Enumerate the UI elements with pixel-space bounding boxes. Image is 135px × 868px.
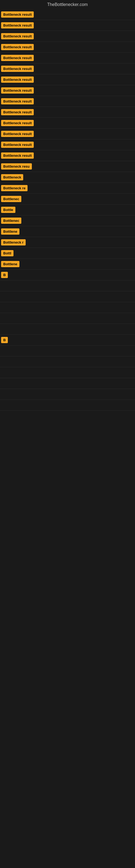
bottleneck-badge[interactable]: Bottleneck result bbox=[1, 11, 34, 18]
bottleneck-badge[interactable]: Bottleneck result bbox=[1, 33, 34, 39]
result-row: Bottleneck result bbox=[0, 96, 135, 107]
result-row: Bottleneck re bbox=[0, 183, 135, 194]
bottleneck-badge[interactable]: Bottleneck result bbox=[1, 152, 34, 159]
result-row: Bottleneck result bbox=[0, 9, 135, 20]
result-row: Bottlenec bbox=[0, 215, 135, 226]
result-row bbox=[0, 291, 135, 302]
result-row bbox=[0, 400, 135, 411]
bottleneck-badge[interactable]: Bottleneck result bbox=[1, 66, 34, 72]
result-row bbox=[0, 324, 135, 335]
bottleneck-badge[interactable]: Bottleneck result bbox=[1, 22, 34, 29]
bottleneck-badge[interactable]: Bottleneck resu bbox=[1, 163, 32, 169]
result-row bbox=[0, 389, 135, 400]
result-row: Bottleneck result bbox=[0, 74, 135, 85]
result-row: Bottleneck resu bbox=[0, 161, 135, 172]
bottleneck-badge[interactable]: Bottleneck result bbox=[1, 98, 34, 104]
site-title: TheBottlenecker.com bbox=[0, 0, 135, 9]
result-row: Bottleneck result bbox=[0, 150, 135, 161]
bottleneck-badge[interactable]: Bottleneck result bbox=[1, 44, 34, 50]
bottleneck-badge[interactable]: Bottleneck result bbox=[1, 76, 34, 83]
result-row: Bottleneck result bbox=[0, 42, 135, 53]
bottleneck-badge[interactable]: B bbox=[1, 337, 8, 343]
result-row: Bottleneck result bbox=[0, 129, 135, 140]
result-row: Bottleneck result bbox=[0, 85, 135, 96]
result-row bbox=[0, 302, 135, 313]
result-row bbox=[0, 280, 135, 291]
bottleneck-badge[interactable]: Bottleneck re bbox=[1, 185, 28, 191]
bottleneck-badge[interactable]: Bottl bbox=[1, 250, 13, 256]
bottleneck-badge[interactable]: Bottleneck r bbox=[1, 239, 26, 246]
result-row: Bottleneck result bbox=[0, 118, 135, 129]
result-row: Bottlene bbox=[0, 226, 135, 237]
result-row: Bottleneck r bbox=[0, 237, 135, 248]
result-row: Bottleneck result bbox=[0, 107, 135, 118]
bottleneck-badge[interactable]: Bottlene bbox=[1, 228, 19, 235]
bottleneck-badge[interactable]: Bottleneck bbox=[1, 174, 23, 180]
bottleneck-badge[interactable]: Bottlene bbox=[1, 261, 19, 267]
bottleneck-badge[interactable]: Bottleneck result bbox=[1, 120, 34, 126]
bottleneck-badge[interactable]: Bottleneck result bbox=[1, 142, 34, 148]
result-row: Bottleneck result bbox=[0, 31, 135, 42]
bottleneck-badge[interactable]: Bottlenec bbox=[1, 196, 21, 202]
result-row bbox=[0, 356, 135, 367]
bottleneck-badge[interactable]: B bbox=[1, 272, 8, 278]
result-row: Bottleneck result bbox=[0, 140, 135, 150]
result-row: Bottle bbox=[0, 205, 135, 215]
result-row: Bottleneck result bbox=[0, 53, 135, 63]
bottleneck-badge[interactable]: Bottleneck result bbox=[1, 87, 34, 94]
result-row bbox=[0, 378, 135, 389]
bottleneck-badge[interactable]: Bottle bbox=[1, 207, 15, 213]
result-row bbox=[0, 367, 135, 378]
result-row: Bottlene bbox=[0, 259, 135, 270]
result-row: B bbox=[0, 270, 135, 280]
bottleneck-badge[interactable]: Bottleneck result bbox=[1, 55, 34, 61]
result-row: Bottlenec bbox=[0, 194, 135, 205]
result-row: Bottl bbox=[0, 248, 135, 259]
result-row: B bbox=[0, 335, 135, 346]
bottleneck-badge[interactable]: Bottleneck result bbox=[1, 109, 34, 115]
result-row bbox=[0, 346, 135, 356]
result-row bbox=[0, 313, 135, 324]
result-row: Bottleneck result bbox=[0, 63, 135, 74]
bottleneck-badge[interactable]: Bottlenec bbox=[1, 218, 21, 224]
result-row: Bottleneck bbox=[0, 172, 135, 183]
result-row: Bottleneck result bbox=[0, 20, 135, 31]
bottleneck-badge[interactable]: Bottleneck result bbox=[1, 131, 34, 137]
